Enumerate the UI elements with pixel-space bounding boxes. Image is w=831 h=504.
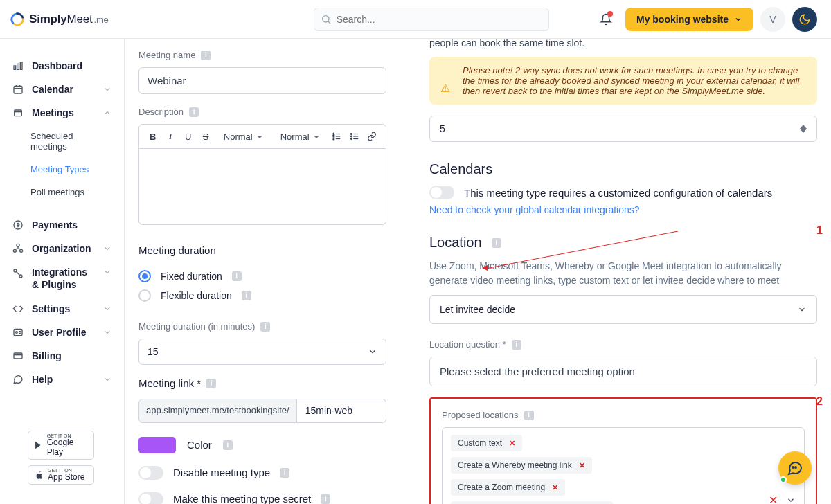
sidebar-item-calendar[interactable]: Calendar — [0, 78, 124, 101]
moon-icon — [798, 13, 811, 26]
bullet-list-button[interactable] — [348, 129, 361, 144]
description-label: Descriptioni — [138, 107, 386, 117]
sidebar-item-help[interactable]: Help — [0, 368, 124, 391]
info-icon[interactable]: i — [232, 271, 242, 281]
meeting-name-input[interactable] — [138, 67, 386, 94]
strike-button[interactable]: S — [199, 129, 212, 144]
annotation-1: 1 — [816, 224, 823, 237]
meeting-name-label: Meeting namei — [138, 50, 386, 60]
chevron-down-icon — [103, 85, 111, 93]
sidebar-item-meetings[interactable]: Meetings — [0, 101, 124, 125]
link-prefix: app.simplymeet.me/testbookingsite/ — [138, 399, 297, 423]
proposed-locations-group: Proposed locationsi Custom text✕ Create … — [429, 397, 817, 504]
google-play-badge[interactable]: GET IT ONGoogle Play — [28, 431, 94, 459]
booking-button-label: My booking website — [636, 14, 729, 25]
sidebar-item-label: User Profile — [32, 327, 87, 338]
italic-button[interactable]: I — [163, 129, 177, 144]
sidebar: Dashboard Calendar Meetings Scheduled me… — [0, 39, 125, 504]
user-avatar[interactable]: V — [760, 7, 785, 32]
intro-text: people can book the same time slot. — [429, 37, 817, 48]
svg-point-38 — [792, 467, 794, 468]
font-select[interactable]: Normal — [278, 130, 322, 143]
my-booking-website-button[interactable]: My booking website — [625, 8, 753, 31]
badge-big-text: Google Play — [47, 438, 88, 456]
sidebar-item-integrations[interactable]: Integrations & Plugins — [0, 260, 124, 297]
info-icon[interactable]: i — [280, 468, 289, 478]
info-icon[interactable]: i — [321, 494, 330, 504]
calendars-toggle[interactable] — [429, 186, 454, 199]
section-duration-title: Meeting duration — [138, 244, 386, 256]
annotation-arrow — [479, 265, 488, 271]
slot-capacity-stepper[interactable]: 5 — [429, 116, 817, 142]
info-icon[interactable]: i — [201, 51, 211, 60]
calendars-desc: This meeting type requires a customized … — [464, 186, 772, 200]
sidebar-item-billing[interactable]: Billing — [0, 344, 124, 368]
brand-logo[interactable]: SimplyMeet.me — [10, 12, 109, 27]
duration-select[interactable]: 15 — [138, 339, 386, 365]
fixed-duration-radio[interactable] — [138, 270, 151, 282]
sidebar-item-label: Organization — [32, 243, 91, 254]
info-icon[interactable]: i — [206, 379, 216, 388]
sidebar-item-label: Dashboard — [32, 60, 82, 71]
sidebar-item-user-profile[interactable]: User Profile — [0, 321, 124, 344]
sidebar-item-settings[interactable]: Settings — [0, 297, 124, 321]
sidebar-subitem-poll[interactable]: Poll meetings — [0, 181, 124, 204]
clear-all-icon[interactable]: ✕ — [769, 494, 778, 505]
heading-select[interactable]: Normal — [221, 130, 265, 143]
info-icon[interactable]: i — [242, 291, 251, 300]
info-icon[interactable]: i — [492, 238, 501, 248]
description-editor[interactable] — [138, 149, 386, 225]
sidebar-item-dashboard[interactable]: Dashboard — [0, 54, 124, 78]
svg-point-36 — [350, 136, 352, 137]
location-pill: Create a Zoom meeting✕ — [451, 479, 565, 496]
apple-icon — [34, 470, 44, 480]
sidebar-item-label: Meetings — [32, 107, 74, 118]
svg-point-17 — [20, 249, 23, 252]
secret-toggle[interactable] — [138, 492, 163, 504]
chevron-up-icon — [103, 109, 111, 117]
location-desc: Use Zoom, Microsoft Teams, Whereby or Go… — [429, 259, 817, 288]
sidebar-subitem-scheduled[interactable]: Scheduled meetings — [0, 125, 124, 158]
location-question-label: Location question *i — [429, 339, 817, 350]
sidebar-item-label: Integrations & Plugins — [32, 267, 95, 291]
search-icon — [321, 14, 332, 25]
proposed-locations-label: Proposed locationsi — [442, 410, 805, 420]
remove-pill-icon[interactable]: ✕ — [579, 461, 585, 470]
link-button[interactable] — [366, 129, 379, 144]
sidebar-subitem-meeting-types[interactable]: Meeting Types — [0, 158, 124, 181]
app-store-badge[interactable]: GET IT ONApp Store — [28, 465, 94, 485]
fixed-duration-label: Fixed duration — [161, 271, 222, 282]
bold-button[interactable]: B — [146, 129, 159, 144]
chevron-down-icon[interactable] — [786, 495, 796, 504]
flexible-duration-radio[interactable] — [138, 289, 151, 302]
info-icon[interactable]: i — [512, 340, 521, 350]
chat-fab[interactable] — [778, 451, 812, 485]
location-question-input[interactable]: Please select the preferred meeting opti… — [429, 357, 817, 386]
theme-toggle-button[interactable] — [792, 7, 817, 32]
remove-pill-icon[interactable]: ✕ — [552, 483, 558, 492]
search-input[interactable] — [314, 8, 549, 31]
svg-point-35 — [350, 134, 352, 135]
link-suffix-input[interactable]: 15min-web — [297, 399, 386, 423]
calendar-integrations-link[interactable]: Need to check your global calendar integ… — [429, 204, 640, 215]
sidebar-item-payments[interactable]: Payments — [0, 213, 124, 237]
sidebar-item-organization[interactable]: Organization — [0, 237, 124, 260]
location-heading: Locationi — [429, 235, 817, 251]
remove-pill-icon[interactable]: ✕ — [509, 439, 515, 448]
svg-rect-6 — [17, 64, 19, 69]
users-icon — [12, 107, 24, 118]
location-select[interactable]: Let invitee decide — [429, 295, 817, 324]
proposed-locations-multiselect[interactable]: Custom text✕ Create a Whereby meeting li… — [442, 427, 805, 504]
svg-point-16 — [13, 249, 16, 252]
info-icon[interactable]: i — [223, 440, 233, 450]
underline-button[interactable]: U — [181, 129, 195, 144]
disable-toggle[interactable] — [138, 466, 163, 480]
info-icon[interactable]: i — [260, 322, 270, 332]
info-icon[interactable]: i — [189, 107, 199, 117]
notifications-button[interactable] — [593, 7, 618, 32]
ordered-list-button[interactable]: 123 — [330, 129, 343, 144]
color-swatch[interactable] — [138, 437, 176, 453]
info-icon[interactable]: i — [524, 411, 534, 420]
stepper-arrows[interactable] — [800, 125, 807, 133]
main-content: Meeting namei Descriptioni B I U S Norma… — [125, 39, 831, 504]
